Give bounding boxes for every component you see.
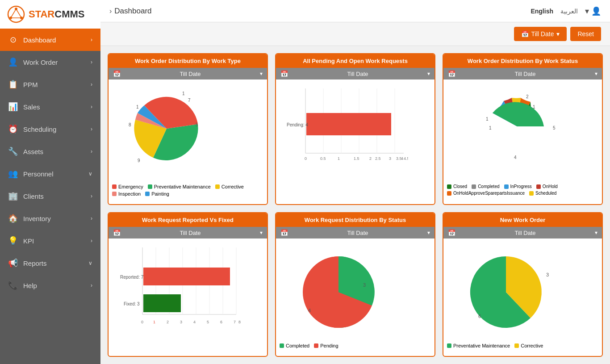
legend-6: Preventative Maintenance Corrective (443, 341, 602, 351)
svg-text:5: 5 (196, 122, 198, 127)
card-body-1: 1 7 5 9 8 1 (109, 79, 267, 182)
svg-rect-20 (306, 113, 391, 135)
svg-text:0.5: 0.5 (320, 156, 326, 161)
sidebar-item-work-order[interactable]: 👤 Work Order › (0, 51, 100, 73)
card-work-status: Work Order Distribution By Work Status 📅… (443, 53, 603, 205)
card-filter-6[interactable]: 📅 Till Date ▾ (443, 227, 602, 238)
sidebar-item-scheduling[interactable]: ⏰ Scheduling › (0, 118, 100, 140)
user-menu-button[interactable]: ▾ 👤 (585, 6, 601, 16)
sidebar-item-inventory[interactable]: 🏠 Inventory › (0, 207, 100, 230)
legend-closed: Closed (447, 184, 467, 189)
logo-icon (7, 5, 25, 23)
card-filter-5[interactable]: 📅 Till Date ▾ (276, 227, 435, 238)
main-content: › Dashboard English العربية ▾ 👤 📅 Till D… (100, 0, 610, 364)
filter-text-6: Till Date (455, 230, 595, 236)
logo-text: STARCMMS (29, 8, 84, 20)
svg-text:3: 3 (546, 272, 549, 277)
svg-text:2.5: 2.5 (375, 156, 381, 161)
sidebar-arrow-sales: › (91, 104, 92, 110)
sidebar-label-kpi: KPI (23, 237, 85, 245)
card-filter-3[interactable]: 📅 Till Date ▾ (443, 68, 602, 79)
filter-arrow-2: ▾ (427, 71, 430, 77)
svg-text:4.5: 4.5 (404, 156, 408, 161)
sidebar-arrow-clients: › (91, 193, 92, 199)
breadcrumb: › Dashboard (109, 7, 152, 16)
sidebar-arrow-kpi: › (91, 238, 92, 244)
svg-text:3: 3 (363, 282, 366, 288)
lang-english[interactable]: English (531, 8, 553, 15)
sidebar-icon-work-order: 👤 (8, 57, 18, 67)
cal-icon-5: 📅 (280, 229, 288, 236)
card-filter-4[interactable]: 📅 Till Date ▾ (109, 227, 267, 238)
card-title-status: Work Order Distribution By Work Status (443, 54, 602, 68)
dropdown-arrow-icon: ▾ (556, 30, 560, 38)
sidebar-item-clients[interactable]: 🏢 Clients › (0, 185, 100, 207)
sidebar-items: ⊙ Dashboard › 👤 Work Order › 📋 PPM › 📊 S… (0, 29, 100, 297)
card-filter-2[interactable]: 📅 Till Date ▾ (276, 68, 435, 79)
svg-text:Fixed: 3: Fixed: 3 (124, 301, 140, 306)
legend-completed-5: Completed (280, 343, 309, 348)
filter-arrow-4: ▾ (260, 230, 263, 236)
sidebar-label-scheduling: Scheduling (23, 126, 85, 133)
sidebar-arrow-ppm: › (91, 81, 92, 88)
sidebar-arrow-reports: ∨ (88, 260, 92, 266)
sidebar-icon-scheduling: ⏰ (8, 124, 18, 134)
legend-preventative-6: Preventative Maintenance (447, 343, 510, 348)
svg-text:5: 5 (553, 126, 556, 130)
svg-text:9: 9 (138, 158, 140, 163)
legend-item-emergency: Emergency (112, 184, 143, 189)
filter-arrow-6: ▾ (595, 230, 597, 236)
svg-rect-49 (143, 294, 181, 312)
svg-text:1: 1 (489, 126, 492, 130)
svg-text:6: 6 (478, 314, 481, 319)
sidebar-item-assets[interactable]: 🔧 Assets › (0, 140, 100, 163)
pie-chart-request-status: 3 4 (280, 243, 401, 337)
sidebar-item-ppm[interactable]: 📋 PPM › (0, 73, 100, 96)
card-filter-1[interactable]: 📅 Till Date ▾ (109, 68, 267, 79)
svg-line-4 (16, 9, 21, 18)
card-body-4: Reported: 7 Fixed: 3 0 1 2 3 4 5 6 7 8 (109, 238, 267, 341)
sidebar-item-personnel[interactable]: 👥 Personnel ∨ (0, 163, 100, 185)
sidebar-arrow-assets: › (91, 148, 92, 155)
svg-text:1: 1 (182, 91, 185, 96)
cal-icon-2: 📅 (280, 70, 288, 77)
lang-arabic[interactable]: العربية (560, 8, 578, 15)
card-title-request-status: Work Request Distribution By Status (276, 213, 435, 227)
sidebar-icon-personnel: 👥 (8, 169, 18, 179)
filter-text-2: Till Date (288, 71, 427, 77)
card-title-reported: Work Request Reported Vs Fixed (109, 213, 267, 227)
svg-text:2: 2 (167, 320, 169, 324)
reset-button[interactable]: Reset (570, 27, 601, 41)
sidebar-icon-inventory: 🏠 (8, 213, 18, 223)
topbar-right: English العربية ▾ 👤 (531, 6, 601, 16)
svg-text:2: 2 (369, 156, 372, 161)
svg-text:Pending: 4: Pending: 4 (287, 122, 308, 127)
sidebar-item-sales[interactable]: 📊 Sales › (0, 96, 100, 118)
svg-text:1: 1 (136, 105, 139, 109)
sidebar-icon-ppm: 📋 (8, 79, 18, 89)
sidebar-label-assets: Assets (23, 148, 85, 155)
till-date-button[interactable]: 📅 Till Date ▾ (514, 27, 567, 41)
sidebar-icon-sales: 📊 (8, 102, 18, 112)
sidebar-item-reports[interactable]: 📢 Reports ∨ (0, 252, 100, 274)
calendar-icon: 📅 (521, 30, 529, 38)
sidebar-item-dashboard[interactable]: ⊙ Dashboard › (0, 29, 100, 51)
svg-text:1: 1 (338, 156, 340, 161)
legend-corrective-6: Corrective (514, 343, 543, 348)
svg-text:3: 3 (180, 320, 182, 324)
card-body-3: 2 1 5 1 1 4 (443, 79, 602, 182)
svg-text:3: 3 (389, 156, 391, 161)
svg-text:7: 7 (234, 320, 236, 324)
sidebar-label-dashboard: Dashboard (23, 36, 85, 44)
sidebar-item-kpi[interactable]: 💡 KPI › (0, 230, 100, 252)
svg-line-6 (11, 9, 16, 18)
cal-icon-1: 📅 (113, 70, 121, 77)
sidebar-arrow-personnel: ∨ (88, 171, 92, 177)
card-title-work-order-type: Work Order Distribution By Work Type (109, 54, 267, 68)
svg-text:1: 1 (533, 105, 535, 109)
cal-icon-3: 📅 (448, 70, 455, 77)
card-body-5: 3 4 (276, 238, 435, 341)
legend-completed: Completed (472, 184, 499, 189)
legend-pending-5: Pending (314, 343, 338, 348)
sidebar-item-help[interactable]: 📞 Help › (0, 274, 100, 297)
